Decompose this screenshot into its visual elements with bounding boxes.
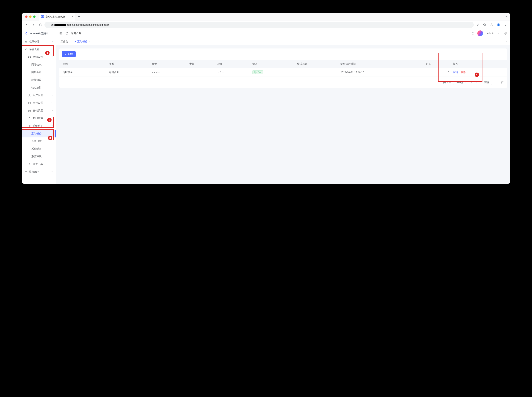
new-tab-button[interactable]: + xyxy=(76,14,82,19)
sidebar-item-template-example[interactable]: 模板示例 xyxy=(22,168,56,176)
close-window-button[interactable] xyxy=(25,15,28,18)
svg-rect-17 xyxy=(25,171,27,173)
minimize-window-button[interactable] xyxy=(29,15,31,18)
address-bar[interactable]: php/admin/setting/system/scheduled_task xyxy=(44,22,474,28)
sidebar-item-policy[interactable]: 政策协议 xyxy=(22,76,56,84)
forward-button[interactable] xyxy=(31,22,37,28)
sidebar-item-site-stats[interactable]: 站点统计 xyxy=(22,84,56,92)
labs-icon[interactable] xyxy=(489,22,495,28)
close-icon[interactable]: × xyxy=(69,40,71,43)
star-icon[interactable] xyxy=(482,22,488,28)
chevron-down-icon xyxy=(51,94,53,97)
cell-last-exec: 2024-10-31 17:46:20 xyxy=(338,68,424,77)
col-cmd: 命令 xyxy=(150,60,187,68)
sidebar-item-user-settings[interactable]: 用户设置 xyxy=(22,92,56,99)
sidebar-item-site-settings[interactable]: 网站设置 xyxy=(22,53,56,61)
col-name: 名称 xyxy=(59,60,107,68)
sidebar-item-dev-tools[interactable]: 开发工具 xyxy=(22,160,56,168)
edit-link[interactable]: 编辑 xyxy=(453,71,458,74)
chevron-down-icon xyxy=(51,109,53,112)
prev-page-button[interactable]: < xyxy=(470,81,474,84)
topbar: 定时任务 admin xyxy=(56,29,510,38)
table-row: 定时任务 定时任务 version * * * * * 运行中 2024-10-… xyxy=(59,68,507,77)
refresh-button[interactable] xyxy=(65,31,69,35)
svg-marker-3 xyxy=(483,24,486,26)
svg-point-8 xyxy=(505,25,506,26)
jump-label: 前往 xyxy=(484,81,489,84)
next-page-button[interactable]: > xyxy=(479,81,483,84)
lock-icon xyxy=(24,40,27,43)
cell-error xyxy=(295,68,338,77)
svg-rect-15 xyxy=(29,125,30,127)
jump-input[interactable] xyxy=(491,80,499,85)
sidebar-item-hot-search[interactable]: 热门搜索 xyxy=(22,114,56,122)
svg-rect-9 xyxy=(25,42,27,43)
tabs-more-button[interactable] xyxy=(505,40,508,43)
jump-suffix: 页 xyxy=(501,81,504,84)
col-duration: 时长 xyxy=(424,60,451,68)
breadcrumb: 定时任务 xyxy=(71,32,81,35)
sidebar-item-permission[interactable]: 权限管理 xyxy=(22,38,56,46)
content-card: +新增 名称 类型 命令 参数 规则 状态 错误原因 最后执行时间 时长 操作 … xyxy=(59,49,507,88)
sidebar-item-system-cache[interactable]: 系统缓存 xyxy=(22,145,56,153)
chevron-down-icon xyxy=(51,163,53,166)
chevron-up-icon xyxy=(51,56,53,58)
pagination: 共 1 条 15条/页 < 1 > 前往 页 xyxy=(59,77,507,86)
col-type: 类型 xyxy=(107,60,150,68)
chevron-down-icon[interactable] xyxy=(502,15,510,19)
reload-button[interactable] xyxy=(37,22,43,28)
main-content: 定时任务 admin 工作台× 定时任务× +新增 名称 类型 命令 参数 规则 xyxy=(56,29,510,184)
sidebar: admin系统演示 权限管理 系统设置 1 网站设置 网站信息 网站备案 政策协… xyxy=(22,29,56,184)
url-host: php/admin/setting/system/scheduled_task xyxy=(51,23,109,26)
redacted-host-part xyxy=(55,24,66,26)
add-button[interactable]: +新增 xyxy=(62,51,76,57)
sidebar-item-system-settings[interactable]: 系统设置 xyxy=(22,46,56,53)
delete-link[interactable]: 删除 xyxy=(461,71,466,74)
svg-point-14 xyxy=(29,117,30,119)
chevron-down-icon[interactable] xyxy=(497,32,500,35)
svg-point-0 xyxy=(47,25,48,25)
svg-point-7 xyxy=(505,25,506,25)
brand[interactable]: admin系统演示 xyxy=(22,29,56,38)
chevron-up-icon xyxy=(51,48,53,51)
col-params: 参数 xyxy=(188,60,215,68)
sidebar-item-system-env[interactable]: 系统环境 xyxy=(22,153,56,160)
cell-duration: 0 xyxy=(424,68,451,77)
settings-icon[interactable] xyxy=(504,31,508,35)
tab-workspace[interactable]: 工作台× xyxy=(59,38,72,45)
col-actions: 操作 xyxy=(451,60,507,68)
svg-point-19 xyxy=(505,33,506,34)
kebab-menu-icon[interactable] xyxy=(502,22,508,28)
sidebar-item-scheduled-task[interactable]: 定时任务 xyxy=(22,130,56,137)
plus-icon: + xyxy=(65,53,67,56)
current-page[interactable]: 1 xyxy=(476,81,477,84)
tab-scheduled-task[interactable]: 定时任务× xyxy=(73,38,92,45)
favicon: LA xyxy=(41,15,44,18)
key-icon[interactable] xyxy=(475,22,481,28)
fullscreen-button[interactable] xyxy=(471,31,475,35)
avatar[interactable] xyxy=(477,31,483,36)
page-size-select[interactable]: 15条/页 xyxy=(453,80,468,85)
collapse-sidebar-button[interactable] xyxy=(59,31,63,35)
svg-point-10 xyxy=(25,49,26,50)
folder-icon xyxy=(28,109,31,112)
profile-icon[interactable] xyxy=(495,22,501,28)
browser-tab[interactable]: LA 定时任务添加/编辑 × xyxy=(39,13,75,21)
sidebar-item-system-log[interactable]: 系统日志 xyxy=(22,137,56,145)
back-button[interactable] xyxy=(24,22,30,28)
chevron-up-icon xyxy=(51,125,53,127)
sidebar-item-storage-settings[interactable]: 存储设置 xyxy=(22,107,56,114)
sidebar-item-site-record[interactable]: 网站备案 xyxy=(22,68,56,76)
pagination-total: 共 1 条 xyxy=(443,81,451,84)
close-icon[interactable]: × xyxy=(89,40,90,43)
username[interactable]: admin xyxy=(487,32,494,35)
browser-toolbar: php/admin/setting/system/scheduled_task xyxy=(22,21,510,29)
cell-type: 定时任务 xyxy=(107,68,150,77)
cell-status: 运行中 xyxy=(251,68,295,77)
sidebar-item-system-maintenance[interactable]: 系统维护 xyxy=(22,122,56,130)
maximize-window-button[interactable] xyxy=(33,15,36,18)
sidebar-item-payment-settings[interactable]: 支付设置 xyxy=(22,99,56,107)
close-tab-icon[interactable]: × xyxy=(72,15,73,18)
sidebar-item-site-info[interactable]: 网站信息 xyxy=(22,61,56,68)
box-icon xyxy=(24,170,27,173)
